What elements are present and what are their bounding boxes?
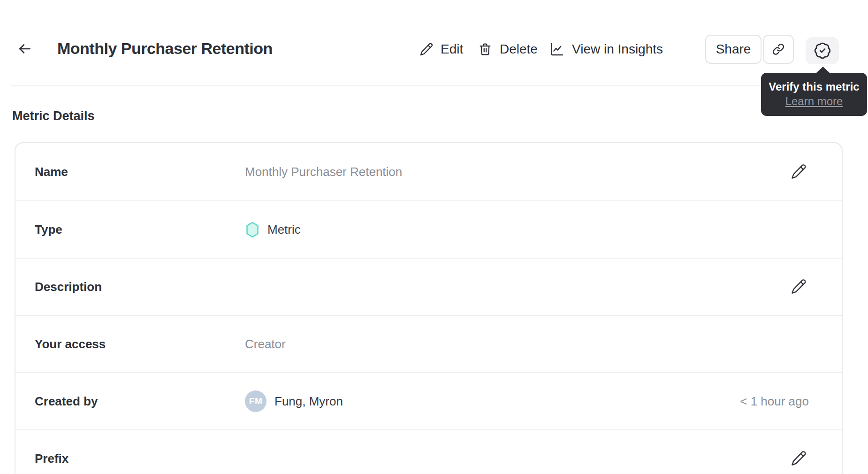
edit-label: Edit bbox=[441, 42, 463, 57]
row-value-text: Monthly Purchaser Retention bbox=[245, 165, 402, 179]
delete-button[interactable]: Delete bbox=[478, 42, 538, 57]
detail-row-description: Description bbox=[15, 258, 842, 315]
row-edit-button[interactable] bbox=[790, 163, 807, 180]
row-label: Description bbox=[35, 280, 245, 294]
view-in-insights-label: View in Insights bbox=[572, 42, 663, 57]
detail-row-type: Type Metric bbox=[15, 200, 842, 258]
detail-row-prefix: Prefix bbox=[15, 429, 842, 474]
verify-metric-tooltip: Verify this metric Learn more bbox=[761, 73, 867, 116]
copy-link-button[interactable] bbox=[763, 35, 794, 64]
section-heading: Metric Details bbox=[12, 109, 95, 123]
row-value-text: Creator bbox=[245, 337, 286, 352]
row-edit-button[interactable] bbox=[790, 450, 807, 467]
row-label: Created by bbox=[35, 394, 245, 409]
row-value: Metric bbox=[245, 222, 301, 238]
page-title: Monthly Purchaser Retention bbox=[57, 39, 273, 58]
row-value-text: Fung, Myron bbox=[274, 394, 343, 409]
verify-metric-button[interactable] bbox=[806, 37, 839, 64]
row-value-text: Metric bbox=[267, 222, 301, 237]
row-label: Type bbox=[35, 222, 245, 237]
detail-row-your-access: Your access Creator bbox=[15, 315, 842, 372]
tooltip-title: Verify this metric bbox=[764, 79, 864, 94]
edit-button[interactable]: Edit bbox=[419, 42, 463, 57]
learn-more-link[interactable]: Learn more bbox=[785, 94, 843, 108]
avatar: FM bbox=[245, 390, 266, 412]
trash-icon bbox=[478, 42, 493, 57]
row-edit-button[interactable] bbox=[790, 278, 807, 295]
row-value: FM Fung, Myron bbox=[245, 390, 343, 412]
delete-label: Delete bbox=[500, 42, 538, 57]
share-label: Share bbox=[716, 42, 751, 57]
detail-row-created-by: Created by FM Fung, Myron < 1 hour bbox=[15, 372, 842, 429]
row-timestamp: < 1 hour ago bbox=[740, 394, 809, 409]
arrow-left-icon bbox=[17, 41, 33, 57]
link-icon bbox=[771, 42, 785, 56]
share-button[interactable]: Share bbox=[705, 35, 761, 64]
pencil-icon bbox=[419, 42, 434, 57]
row-label: Your access bbox=[35, 337, 245, 352]
row-value: Monthly Purchaser Retention bbox=[245, 165, 402, 179]
detail-rows: Name Monthly Purchaser Retention bbox=[15, 143, 842, 474]
line-chart-icon bbox=[549, 41, 565, 57]
header-divider bbox=[11, 85, 868, 86]
row-label: Name bbox=[35, 165, 245, 179]
metric-details-card: Name Monthly Purchaser Retention bbox=[15, 142, 843, 474]
row-value: Creator bbox=[245, 337, 286, 352]
detail-row-name: Name Monthly Purchaser Retention bbox=[15, 143, 842, 200]
metric-hexagon-icon bbox=[245, 222, 260, 238]
back-button[interactable] bbox=[17, 41, 33, 57]
view-in-insights-button[interactable]: View in Insights bbox=[549, 41, 663, 57]
verified-badge-icon bbox=[814, 42, 831, 60]
row-label: Prefix bbox=[35, 451, 245, 466]
